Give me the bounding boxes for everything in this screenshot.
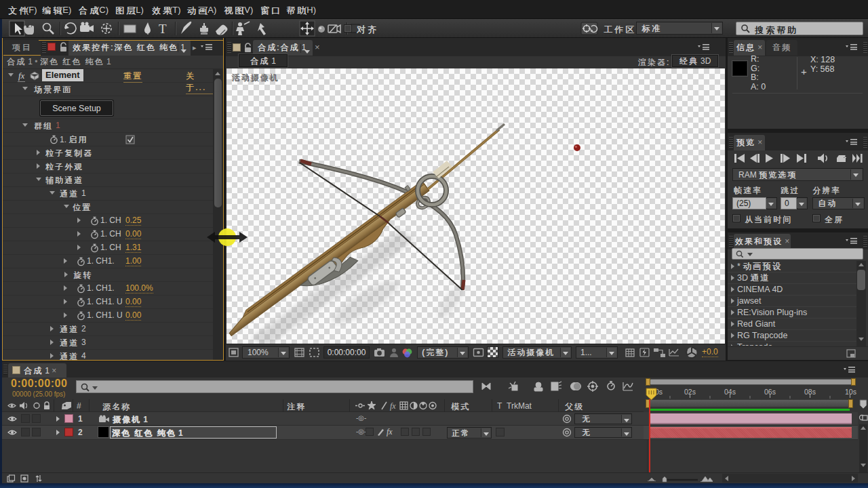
svg-text:T: T: [159, 22, 167, 36]
svg-text:fx: fx: [390, 401, 396, 411]
